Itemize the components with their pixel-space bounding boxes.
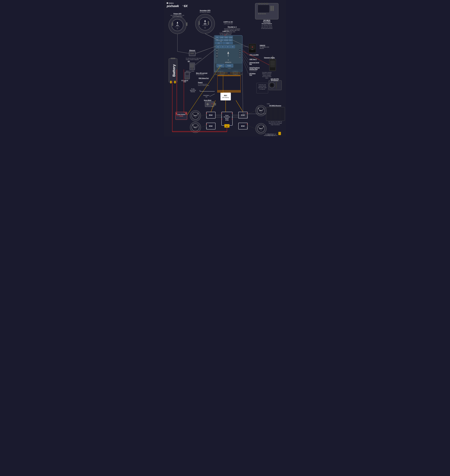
svg-rect-157 (171, 58, 175, 59)
svg-text:BEC: BEC (224, 95, 227, 96)
svg-text:Depending on main: Depending on main (267, 133, 276, 135)
svg-rect-161 (176, 112, 187, 120)
svg-point-246 (212, 105, 213, 105)
svg-point-282 (232, 119, 232, 119)
svg-line-362 (242, 51, 269, 65)
svg-text:DSM RC: DSM RC (229, 40, 232, 41)
svg-line-368 (214, 51, 215, 74)
svg-text:PWR: PWR (239, 57, 241, 58)
svg-rect-89 (215, 70, 242, 72)
svg-text:IP Camera: IP Camera (271, 80, 278, 81)
svg-line-125 (242, 51, 249, 60)
svg-text:For Spektrum DSM: For Spektrum DSM (260, 46, 269, 48)
svg-text:8 7 6 5 4 3 2 1: 8 7 6 5 4 3 2 1 (220, 73, 225, 73)
svg-text:Serial Peripheral: Serial Peripheral (249, 67, 260, 68)
svg-rect-48 (229, 39, 233, 41)
svg-rect-169 (260, 13, 262, 14)
svg-point-267 (247, 126, 248, 127)
svg-text:GPS2: GPS2 (221, 40, 223, 41)
svg-text:With Intergrated Compass, LED,: With Intergrated Compass, LED, (171, 15, 184, 16)
svg-text:For ethernet devices & high sp: For ethernet devices & high speed (186, 58, 201, 59)
svg-text:USB: USB (232, 46, 233, 47)
svg-rect-237 (220, 93, 231, 100)
svg-point-301 (257, 125, 265, 132)
svg-rect-264 (238, 123, 248, 129)
svg-rect-132 (192, 53, 192, 54)
diagram-container: M8N GPS MODULE Primary GPS With Intergra… (164, 0, 286, 136)
svg-rect-40 (229, 36, 233, 38)
svg-marker-302 (263, 126, 264, 127)
svg-text:Motor 4: Motor 4 (259, 128, 263, 129)
svg-point-153 (187, 77, 189, 78)
svg-text:station: station (265, 78, 268, 78)
svg-text:ACT: ACT (239, 52, 241, 53)
svg-text:Motor 2: Motor 2 (194, 127, 197, 128)
svg-text:6X: 6X (184, 4, 188, 8)
svg-rect-259 (206, 123, 215, 129)
svg-text:I2C devices: I2C devices (186, 72, 191, 73)
svg-text:DSM RC: DSM RC (260, 45, 265, 46)
svg-point-252 (206, 115, 207, 115)
svg-text:(PDB): (PDB) (225, 119, 229, 121)
svg-point-247 (212, 106, 213, 107)
svg-line-366 (195, 46, 215, 54)
svg-text:I2C: I2C (188, 60, 190, 62)
svg-text:I/O: I/O (240, 50, 240, 51)
svg-text:BAT: BAT (226, 126, 228, 127)
svg-point-176 (263, 3, 266, 4)
svg-text:Interface Bus: Interface Bus (249, 69, 258, 70)
svg-rect-21 (208, 21, 209, 25)
svg-text:B/E: B/E (239, 54, 241, 55)
svg-rect-184 (269, 59, 276, 71)
svg-text:RC, telemetry, and 1080P HD: RC, telemetry, and 1080P HD (268, 121, 282, 122)
svg-rect-240 (205, 102, 214, 107)
svg-text:video all-in-one. Up to 30KM: video all-in-one. Up to 30KM (269, 123, 282, 124)
svg-text:TELEM3: TELEM3 (220, 37, 223, 38)
svg-text:Telemetry Radio: Telemetry Radio (264, 57, 275, 58)
svg-point-257 (247, 115, 248, 115)
svg-line-364 (242, 72, 243, 114)
svg-point-268 (247, 128, 248, 128)
svg-text:Power Module: Power Module (177, 114, 185, 115)
svg-line-360 (210, 94, 215, 96)
svg-rect-138 (190, 64, 192, 67)
svg-rect-165 (185, 113, 187, 115)
svg-rect-269 (222, 112, 232, 126)
svg-rect-151 (185, 73, 189, 75)
svg-point-198 (269, 82, 275, 88)
svg-text:— FMU PWM OUT —: — FMU PWM OUT — (217, 71, 224, 72)
svg-point-152 (186, 77, 187, 78)
svg-line-367 (195, 49, 215, 66)
svg-line-324 (211, 100, 215, 112)
svg-text:I2C: I2C (222, 46, 224, 47)
svg-text:CAN2: CAN2 (216, 40, 218, 41)
svg-line-106 (226, 33, 227, 36)
svg-text:OS with QGroundcontrol: OS with QGroundcontrol (261, 28, 272, 29)
svg-rect-166 (255, 3, 278, 19)
svg-rect-42 (215, 39, 219, 41)
svg-text:power (BEC might: power (BEC might (258, 87, 267, 88)
svg-rect-156 (169, 59, 177, 82)
svg-text:MAVlink Connection: MAVlink Connection (262, 73, 271, 74)
svg-point-296 (192, 112, 199, 119)
svg-rect-254 (238, 112, 248, 118)
svg-rect-137 (190, 63, 195, 70)
svg-rect-34 (224, 36, 228, 38)
svg-marker-15 (204, 20, 206, 22)
svg-text:Servo Motor: Servo Motor (204, 100, 211, 101)
svg-rect-50 (215, 42, 222, 44)
svg-point-258 (247, 117, 248, 117)
svg-rect-171 (264, 13, 266, 14)
svg-text:FMU Debug Port: FMU Debug Port (199, 78, 209, 79)
svg-text:and Ground Control: and Ground Control (262, 76, 271, 77)
svg-rect-249 (206, 112, 215, 118)
svg-point-278 (222, 121, 222, 121)
svg-text:battery voltage, connect: battery voltage, connect (264, 135, 275, 136)
svg-line-371 (214, 45, 219, 74)
svg-line-333 (248, 126, 255, 129)
svg-point-68 (216, 55, 217, 56)
svg-rect-107 (249, 44, 256, 53)
svg-text:POWER2: POWER2 (219, 65, 222, 66)
svg-text:SPI: SPI (227, 46, 228, 47)
svg-line-310 (195, 46, 216, 53)
